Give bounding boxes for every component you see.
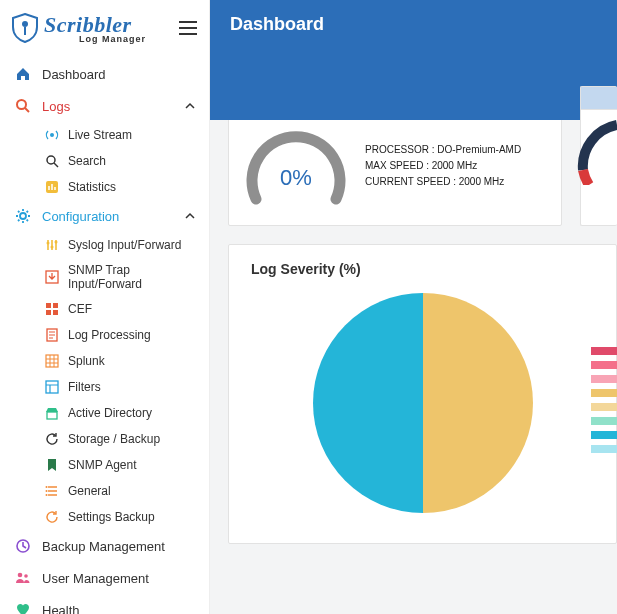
- sidebar-item-cef[interactable]: CEF: [22, 296, 209, 322]
- clock-icon: [14, 537, 32, 555]
- sidebar-item-label: Dashboard: [42, 67, 195, 82]
- legend-swatch: [591, 361, 617, 369]
- sidebar-item-snmp-agent[interactable]: SNMP Agent: [22, 452, 209, 478]
- bookmark-icon: [44, 457, 60, 473]
- sidebar-item-log-processing[interactable]: Log Processing: [22, 322, 209, 348]
- svg-point-2: [50, 133, 54, 137]
- cpu-maxspeed-label: MAX SPEED :: [365, 160, 429, 171]
- sidebar-item-general[interactable]: General: [22, 478, 209, 504]
- sidebar-item-settings-backup[interactable]: Settings Backup: [22, 504, 209, 530]
- sidebar-item-snmp-trap-io[interactable]: SNMP Trap Input/Forward: [22, 258, 209, 296]
- svg-rect-10: [46, 303, 51, 308]
- sidebar-item-storage-backup[interactable]: Storage / Backup: [22, 426, 209, 452]
- layout-icon: [44, 379, 60, 395]
- svg-point-22: [18, 573, 23, 578]
- sidebar-item-statistics[interactable]: Statistics: [22, 174, 209, 200]
- svg-point-23: [24, 574, 28, 578]
- sidebar-item-label: Health: [42, 603, 195, 615]
- svg-rect-16: [46, 381, 58, 393]
- sidebar-item-label: Syslog Input/Forward: [68, 238, 195, 252]
- topbar: Dashboard: [210, 0, 617, 120]
- logs-sub: Live Stream Search Statistics: [0, 122, 209, 200]
- document-icon: [44, 327, 60, 343]
- sidebar-item-label: Splunk: [68, 354, 195, 368]
- sidebar-item-splunk[interactable]: Splunk: [22, 348, 209, 374]
- svg-rect-12: [46, 310, 51, 315]
- page-title: Dashboard: [230, 14, 324, 34]
- refresh-icon: [44, 431, 60, 447]
- legend-swatch: [591, 375, 617, 383]
- svg-point-7: [51, 246, 54, 249]
- sidebar-item-syslog-io[interactable]: Syslog Input/Forward: [22, 232, 209, 258]
- svg-rect-15: [46, 355, 58, 367]
- svg-rect-17: [47, 412, 57, 419]
- cpu-gauge: 0%: [241, 121, 351, 211]
- menu-toggle-button[interactable]: [179, 21, 197, 35]
- sidebar-item-label: User Management: [42, 571, 195, 586]
- log-severity-legend: [591, 347, 617, 453]
- legend-swatch: [591, 417, 617, 425]
- svg-point-1: [17, 100, 26, 109]
- configuration-sub: Syslog Input/Forward SNMP Trap Input/For…: [0, 232, 209, 530]
- sidebar-item-search[interactable]: Search: [22, 148, 209, 174]
- legend-swatch: [591, 389, 617, 397]
- sidebar-item-label: Backup Management: [42, 539, 195, 554]
- cpu-processor-value: DO-Premium-AMD: [437, 144, 521, 155]
- svg-point-0: [22, 21, 28, 27]
- sidebar-item-label: Log Processing: [68, 328, 195, 342]
- legend-swatch: [591, 347, 617, 355]
- sidebar-item-label: CEF: [68, 302, 195, 316]
- sidebar-section-configuration[interactable]: Configuration: [0, 200, 209, 232]
- cpu-gauge-value: 0%: [241, 165, 351, 191]
- sidebar-item-health[interactable]: Health: [0, 594, 209, 614]
- log-severity-card: Log Severity (%): [228, 244, 617, 544]
- refresh-icon: [44, 509, 60, 525]
- sidebar-item-label: SNMP Agent: [68, 458, 195, 472]
- sidebar: Scribbler Log Manager Dashboard Logs: [0, 0, 210, 614]
- sidebar-item-label: SNMP Trap Input/Forward: [68, 263, 195, 291]
- cpu-curspeed-value: 2000 MHz: [459, 176, 505, 187]
- home-icon: [14, 65, 32, 83]
- sidebar-item-filters[interactable]: Filters: [22, 374, 209, 400]
- store-icon: [44, 405, 60, 421]
- import-icon: [44, 269, 60, 285]
- sidebar-item-label: Statistics: [68, 180, 195, 194]
- shield-logo-icon: [12, 13, 38, 43]
- nav: Dashboard Logs Live Stream Search: [0, 54, 209, 614]
- broadcast-icon: [44, 127, 60, 143]
- brand[interactable]: Scribbler Log Manager: [12, 12, 146, 44]
- svg-point-8: [55, 241, 58, 244]
- sliders-icon: [44, 237, 60, 253]
- sidebar-item-live-stream[interactable]: Live Stream: [22, 122, 209, 148]
- cpu-info: PROCESSOR : DO-Premium-AMD MAX SPEED : 2…: [365, 142, 521, 190]
- cpu-maxspeed-value: 2000 MHz: [432, 160, 478, 171]
- search-icon: [14, 97, 32, 115]
- chart-icon: [44, 179, 60, 195]
- brand-sub: Log Manager: [79, 34, 146, 44]
- sidebar-item-label: Live Stream: [68, 128, 195, 142]
- svg-rect-11: [53, 303, 58, 308]
- log-severity-title: Log Severity (%): [229, 245, 616, 283]
- sidebar-item-label: Storage / Backup: [68, 432, 195, 446]
- legend-swatch: [591, 431, 617, 439]
- main: Dashboard CPU 0% PROCESSOR : DO: [210, 0, 617, 614]
- log-severity-pie: [313, 293, 533, 513]
- sidebar-item-backup-mgmt[interactable]: Backup Management: [0, 530, 209, 562]
- svg-point-18: [46, 486, 48, 488]
- sidebar-item-label: Logs: [42, 99, 185, 114]
- sidebar-item-user-mgmt[interactable]: User Management: [0, 562, 209, 594]
- cpu-processor-label: PROCESSOR :: [365, 144, 434, 155]
- list-icon: [44, 483, 60, 499]
- legend-swatch: [591, 403, 617, 411]
- sidebar-item-label: General: [68, 484, 195, 498]
- sidebar-section-logs[interactable]: Logs: [0, 90, 209, 122]
- sidebar-item-label: Filters: [68, 380, 195, 394]
- sidebar-item-label: Search: [68, 154, 195, 168]
- sidebar-item-dashboard[interactable]: Dashboard: [0, 58, 209, 90]
- chevron-up-icon: [185, 101, 195, 111]
- sidebar-item-active-directory[interactable]: Active Directory: [22, 400, 209, 426]
- search-icon: [44, 153, 60, 169]
- table-icon: [44, 353, 60, 369]
- sidebar-item-label: Settings Backup: [68, 510, 195, 524]
- heart-icon: [14, 601, 32, 614]
